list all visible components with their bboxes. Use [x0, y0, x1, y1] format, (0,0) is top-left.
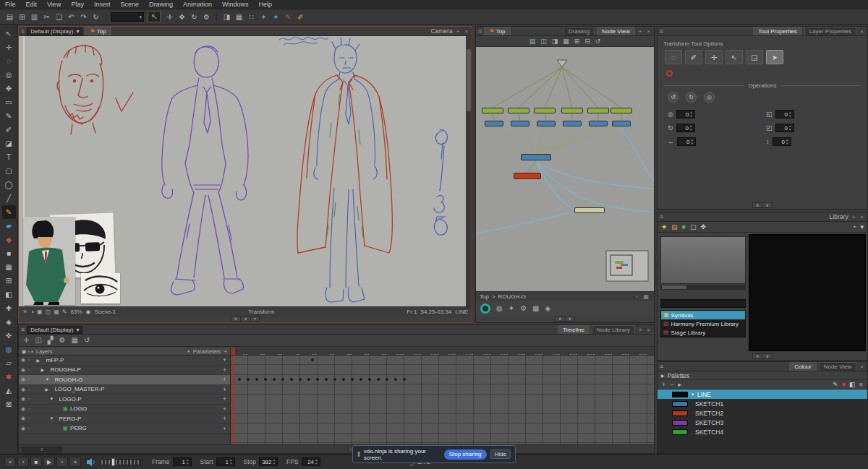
transform-option-button[interactable]: ◲: [746, 50, 763, 64]
library-toolbar-icon[interactable]: ✥: [701, 224, 707, 231]
library-folder-item[interactable]: ▣ Symbols: [661, 311, 745, 319]
keyframe-dot[interactable]: [342, 378, 345, 381]
add-parameter-button[interactable]: +: [223, 376, 228, 383]
tab-tool-properties[interactable]: Tool Properties: [753, 27, 801, 35]
tool-button[interactable]: ◯: [2, 178, 16, 192]
status-icon[interactable]: ✎: [62, 309, 67, 315]
colour-toolbar-icon[interactable]: ✎: [833, 382, 838, 388]
keyframe-dot[interactable]: [255, 378, 258, 381]
add-parameter-icon[interactable]: +: [224, 348, 227, 355]
timeline-toolbar-icon[interactable]: ✛: [23, 337, 29, 344]
library-folder-item[interactable]: ▤ Stage Library: [661, 328, 745, 337]
tool-button[interactable]: ✥: [2, 82, 16, 95]
menu-item[interactable]: File: [0, 1, 21, 8]
colour-toolbar-icon[interactable]: ■: [859, 382, 863, 388]
graph-node[interactable]: [482, 108, 503, 113]
transform-option-button[interactable]: ✛: [705, 50, 723, 64]
timeline-layer-row[interactable]: ◉ ◦ ▶ ROUGH4-P +: [19, 366, 230, 376]
toolbar-icon[interactable]: ↻: [90, 13, 101, 21]
tool-properties-pager[interactable]: ∧∨: [752, 202, 773, 208]
panel-menu-icon[interactable]: ≡: [21, 27, 25, 35]
toolbar-icon[interactable]: ✎: [283, 13, 294, 21]
tool-button[interactable]: ✛: [2, 40, 16, 54]
layer-visibility-icons[interactable]: ◉ ◦: [21, 357, 31, 363]
graph-node[interactable]: [534, 108, 556, 113]
colour-toolbar-icon[interactable]: −: [670, 382, 673, 388]
start-input[interactable]: 1 ▴▾: [216, 457, 235, 466]
transform-option-button[interactable]: ◌: [665, 50, 682, 64]
timeline-layer-row[interactable]: ◉ ◦ ▼ PERG-P +: [19, 414, 230, 424]
keyframe-dot[interactable]: [325, 378, 328, 381]
tab-node-library[interactable]: Node Library: [592, 325, 635, 334]
field-input[interactable]: 0 ▴▾: [676, 124, 695, 132]
panel-menu-icon[interactable]: ≡: [660, 213, 663, 220]
expand-arrow-icon[interactable]: ▼: [50, 416, 55, 421]
close-view-icon[interactable]: ×: [463, 28, 469, 35]
graph-node[interactable]: [589, 121, 608, 126]
expand-arrow-icon[interactable]: ▼: [50, 397, 55, 401]
display-dropdown[interactable]: Default (Display)▾: [27, 27, 82, 35]
toolbar-icon[interactable]: ✐: [295, 13, 306, 21]
toolbar-icon[interactable]: ↶: [66, 13, 77, 21]
layer-visibility-icons[interactable]: ◉ ◦: [21, 377, 31, 382]
toolbar-icon[interactable]: ▥: [29, 13, 40, 21]
node-graph-canvas[interactable]: [476, 47, 654, 291]
menu-item[interactable]: Windows: [217, 1, 254, 8]
close-view-icon[interactable]: ×: [859, 214, 865, 220]
tool-button[interactable]: ◧: [2, 288, 16, 301]
keyframe-dot[interactable]: [316, 378, 319, 381]
keyframe-dot[interactable]: [281, 378, 284, 381]
transport-button[interactable]: ■: [30, 457, 42, 467]
tool-button[interactable]: ◈: [2, 315, 16, 329]
tool-button[interactable]: ▢: [2, 164, 16, 178]
timeline-ruler[interactable]: 1020304050607080901001101201301401501601…: [231, 348, 654, 356]
keyframe-dot[interactable]: [377, 378, 380, 381]
menu-item[interactable]: View: [42, 1, 66, 8]
graph-node[interactable]: [537, 121, 556, 126]
layer-visibility-icons[interactable]: ◉ ◦: [21, 416, 31, 421]
graph-node[interactable]: [587, 108, 609, 113]
tool-button[interactable]: ■: [2, 246, 16, 260]
transform-option-button[interactable]: ✐: [685, 50, 702, 64]
camera-icon[interactable]: ◉: [85, 309, 90, 315]
breadcrumb-root[interactable]: Top: [480, 293, 489, 300]
field-input[interactable]: 0 ▴▾: [676, 110, 695, 119]
tab-colour[interactable]: Colour: [789, 362, 817, 371]
library-search-input[interactable]: [660, 299, 746, 308]
colour-toolbar-icon[interactable]: ◧: [849, 382, 856, 388]
pivot-icon[interactable]: [666, 70, 673, 77]
panel-menu-icon[interactable]: ≡: [21, 326, 25, 333]
frame-input[interactable]: 1 ▴▾: [173, 457, 192, 466]
layer-visibility-icons[interactable]: ◉ ◦: [21, 396, 31, 402]
add-view-icon[interactable]: +: [851, 214, 857, 220]
toolbar-icon[interactable]: ◨: [221, 13, 232, 21]
field-input[interactable]: 0 ▴▾: [775, 124, 794, 132]
toolbar-icon[interactable]: ⚙: [201, 13, 212, 21]
node-toolbar-icon[interactable]: ▦: [563, 38, 569, 45]
toolbar-icon[interactable]: ⊞: [17, 13, 27, 21]
operation-button[interactable]: ◎: [704, 92, 715, 103]
field-input[interactable]: 0 ▴▾: [773, 137, 791, 146]
toolbar-dropdown[interactable]: ▾: [111, 12, 144, 22]
timeline-layer-row[interactable]: ◉ ◦ ▣ PERG +: [19, 424, 230, 434]
node-toolbar-icon[interactable]: ↺: [595, 38, 601, 45]
colour-toolbar-icon[interactable]: +: [662, 382, 665, 388]
toolbar-icon[interactable]: ✦: [258, 13, 269, 21]
operation-button[interactable]: ↺: [668, 92, 678, 103]
library-horizontal-scrollbar[interactable]: [660, 285, 746, 290]
node-bottom-icon[interactable]: ◈: [545, 305, 551, 312]
tool-button[interactable]: ⊞: [2, 274, 16, 288]
panel-menu-icon[interactable]: ≡: [478, 27, 482, 35]
library-folder-item[interactable]: ▤ Harmony Premium Library: [661, 319, 745, 328]
graph-node[interactable]: [574, 207, 605, 213]
tool-button[interactable]: ▱: [2, 356, 16, 370]
graph-node[interactable]: [485, 121, 503, 126]
stop-input[interactable]: 382 ▴▾: [259, 457, 278, 466]
graph-node[interactable]: [508, 108, 529, 113]
graph-node[interactable]: [612, 121, 631, 126]
menu-item[interactable]: Animation: [178, 1, 217, 8]
field-input[interactable]: 0 ▴▾: [775, 110, 794, 119]
timeline-toolbar-icon[interactable]: ↺: [84, 337, 90, 344]
status-icon[interactable]: ◫: [46, 309, 51, 315]
expand-arrow-icon[interactable]: ▼: [46, 377, 51, 382]
